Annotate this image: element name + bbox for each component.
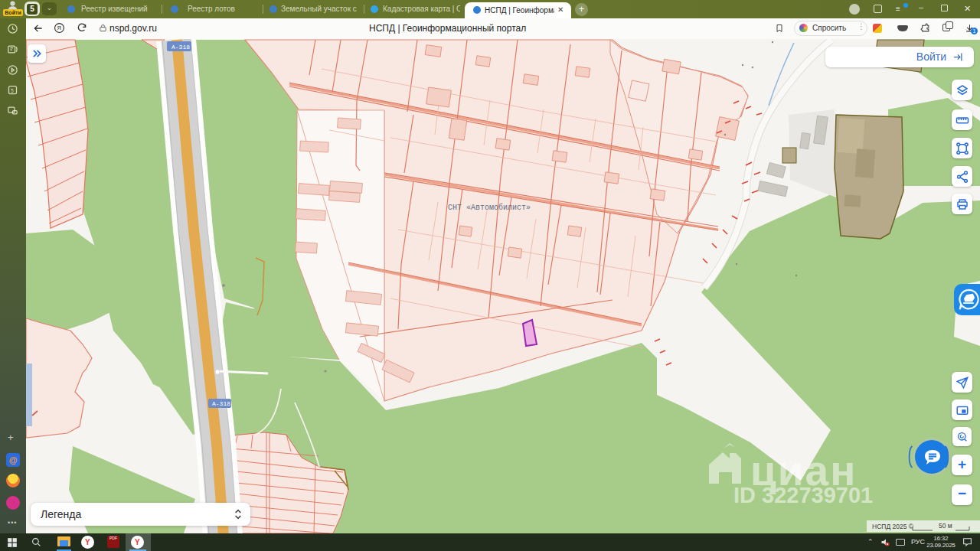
svg-text:Я: Я	[57, 24, 60, 31]
svg-text:НСПД 2025 ©: НСПД 2025 ©	[872, 523, 914, 530]
svg-text:50 м: 50 м	[939, 522, 952, 530]
svg-text:ID 322739701: ID 322739701	[733, 483, 873, 507]
svg-text:СНТ «Автомобилист»: СНТ «Автомобилист»	[448, 203, 531, 212]
svg-text:5: 5	[11, 88, 14, 93]
svg-text:А-318: А-318	[212, 400, 230, 407]
svg-text:А-318: А-318	[172, 44, 190, 51]
